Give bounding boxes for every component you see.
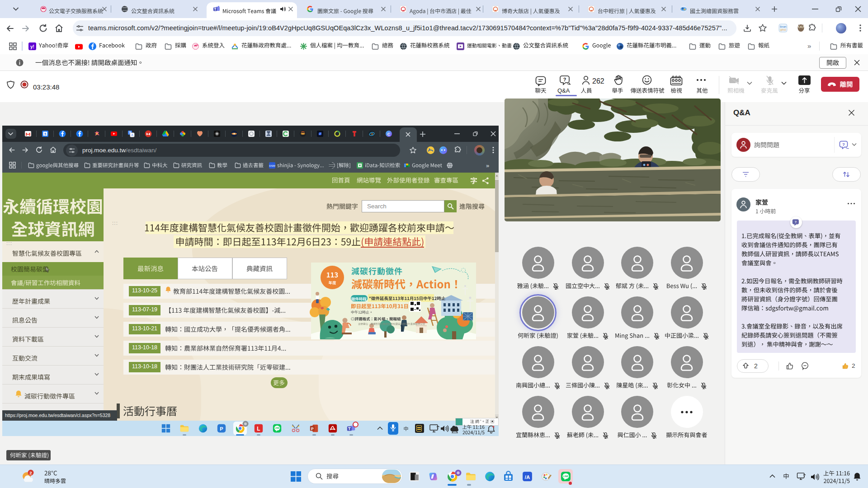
svg-text:y!: y! [30,44,34,49]
svg-text:LINE: LINE [563,475,568,478]
svg-text:Smart: Smart [780,25,787,28]
svg-text:DSM: DSM [269,164,275,167]
svg-text:C: C [387,132,391,136]
svg-text:5: 5 [44,132,46,136]
svg-text:2: 2 [29,470,32,475]
svg-text:P: P [311,427,314,431]
svg-text:?: ? [563,77,566,82]
svg-text:/A: /A [524,474,529,479]
svg-text:?: ? [842,142,845,147]
svg-text:L: L [257,426,260,432]
svg-text:LINE: LINE [275,427,279,429]
svg-text:QFIO: QFIO [780,28,786,31]
svg-text:?: ? [795,220,797,224]
svg-text:A: A [131,133,133,136]
svg-text:P: P [220,426,223,432]
